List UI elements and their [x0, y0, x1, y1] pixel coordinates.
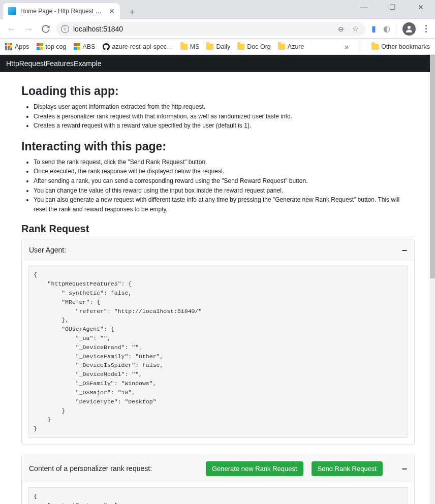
window-close-icon[interactable]: ✕ [416, 3, 426, 15]
ms-logo-icon [74, 43, 80, 50]
bm-label: MS [190, 43, 200, 50]
reload-button[interactable] [39, 22, 53, 36]
extension2-icon[interactable]: ◐ [382, 24, 392, 34]
back-button[interactable]: ← [4, 22, 18, 36]
list-item: You can change the value of this reward … [34, 186, 415, 196]
star-icon[interactable]: ☆ [350, 25, 360, 33]
list-item: After sending a rank, you can send a cor… [34, 176, 415, 186]
url-text: localhost:51840 [73, 25, 332, 33]
bookmarks-overflow-icon[interactable]: » [343, 43, 351, 51]
generate-rank-button[interactable]: Generate new Rank Request [206, 461, 303, 476]
folder-icon [180, 44, 188, 50]
bm-label: Azure [288, 43, 304, 50]
scrollbar-thumb[interactable] [430, 55, 435, 278]
code-block-user-agent: { "httpRequestFeatures": { "_synthetic":… [28, 266, 408, 438]
code-block-rank-request: { "contextFeatures": [ { "time": "night"… [28, 487, 408, 504]
collapse-icon[interactable]: – [402, 464, 407, 473]
tab-close-icon[interactable]: ✕ [109, 7, 115, 15]
list-item: Creates a personalizer rank request with… [34, 112, 415, 121]
folder-icon [371, 44, 379, 50]
bm-label: Other bookmarks [381, 43, 430, 50]
folder-icon [278, 44, 285, 50]
bm-label: Daily [216, 43, 230, 50]
heading-rank-request: Rank Request [21, 223, 415, 235]
bookmarks-bar: Apps top cog ABS azure-rest-api-spec… MS… [0, 39, 435, 55]
panel-rank-request: Content of a personalizer rank request: … [21, 455, 415, 504]
browser-tab[interactable]: Home Page - Http Request Featu ✕ [3, 3, 120, 19]
bookmark-docorg[interactable]: Doc Org [237, 43, 271, 50]
address-bar[interactable]: i localhost:51840 ⊖ ☆ [56, 22, 365, 36]
browser-toolbar: ← → i localhost:51840 ⊖ ☆ ▮ ◐ [0, 19, 435, 39]
send-rank-button[interactable]: Send Rank Request [312, 461, 383, 476]
panel-header[interactable]: User Agent: – [22, 239, 414, 261]
favicon-icon [8, 7, 16, 15]
other-bookmarks[interactable]: Other bookmarks [371, 43, 430, 50]
extension-icon[interactable]: ▮ [368, 24, 379, 34]
site-info-icon[interactable]: i [61, 25, 69, 33]
svg-point-0 [408, 26, 411, 29]
bm-label: azure-rest-api-spec… [112, 43, 173, 50]
bm-label: top cog [46, 43, 67, 50]
panel-header: Content of a personalizer rank request: … [22, 455, 414, 482]
list-item: You can also generate a new request with… [34, 195, 415, 214]
panel-body: { "httpRequestFeatures": { "_synthetic":… [22, 261, 414, 444]
panel-body: { "contextFeatures": [ { "time": "night"… [22, 482, 414, 504]
list-item: Creates a reward request with a reward v… [34, 121, 415, 131]
separator [396, 24, 396, 34]
window-minimize-icon[interactable]: — [359, 3, 369, 15]
app-brand[interactable]: HttpRequestFeaturesExample [6, 59, 102, 68]
list-item: To send the rank request, click the "Sen… [34, 158, 415, 167]
folder-icon [237, 44, 244, 50]
page-content: Loading this app: Displays user agent in… [0, 72, 430, 504]
window-maximize-icon[interactable]: ☐ [387, 3, 397, 15]
collapse-icon[interactable]: – [402, 245, 407, 255]
loading-list: Displays user agent information extracte… [21, 102, 415, 131]
bm-label: Apps [15, 43, 29, 50]
bm-label: Doc Org [247, 43, 271, 50]
panel-title: Content of a personalizer rank request: [29, 464, 152, 472]
github-icon [103, 43, 110, 50]
bookmark-azure-api[interactable]: azure-rest-api-spec… [103, 43, 173, 50]
bookmark-topcog[interactable]: top cog [37, 43, 67, 50]
chrome-menu-icon[interactable] [421, 25, 431, 33]
interact-list: To send the rank request, click the "Sen… [21, 158, 415, 214]
separator [361, 42, 361, 52]
bookmark-abs[interactable]: ABS [74, 43, 96, 50]
profile-avatar[interactable] [402, 22, 416, 36]
ms-logo-icon [37, 43, 43, 50]
list-item: Once executed, the rank response will be… [34, 167, 415, 176]
forward-button[interactable]: → [21, 22, 36, 36]
bookmark-ms[interactable]: MS [180, 43, 200, 50]
heading-interact: Interacting with this page: [21, 140, 415, 153]
bm-label: ABS [83, 43, 96, 50]
bookmark-azure[interactable]: Azure [278, 43, 304, 50]
heading-loading: Loading this app: [21, 84, 415, 98]
panel-user-agent: User Agent: – { "httpRequestFeatures": {… [21, 239, 415, 445]
vertical-scrollbar[interactable] [430, 55, 435, 504]
bookmark-daily[interactable]: Daily [206, 43, 230, 50]
window-controls: — ☐ ✕ [359, 0, 435, 15]
folder-icon [206, 44, 213, 50]
apps-shortcut[interactable]: Apps [5, 43, 29, 50]
zoom-icon[interactable]: ⊖ [336, 25, 346, 33]
panel-title: User Agent: [29, 246, 66, 254]
app-navbar: HttpRequestFeaturesExample [0, 55, 430, 72]
apps-grid-icon [5, 43, 12, 50]
page-viewport: HttpRequestFeaturesExample Loading this … [0, 55, 430, 504]
new-tab-button[interactable]: + [125, 5, 139, 19]
list-item: Displays user agent information extracte… [34, 102, 415, 112]
tab-title: Home Page - Http Request Featu [20, 8, 105, 15]
